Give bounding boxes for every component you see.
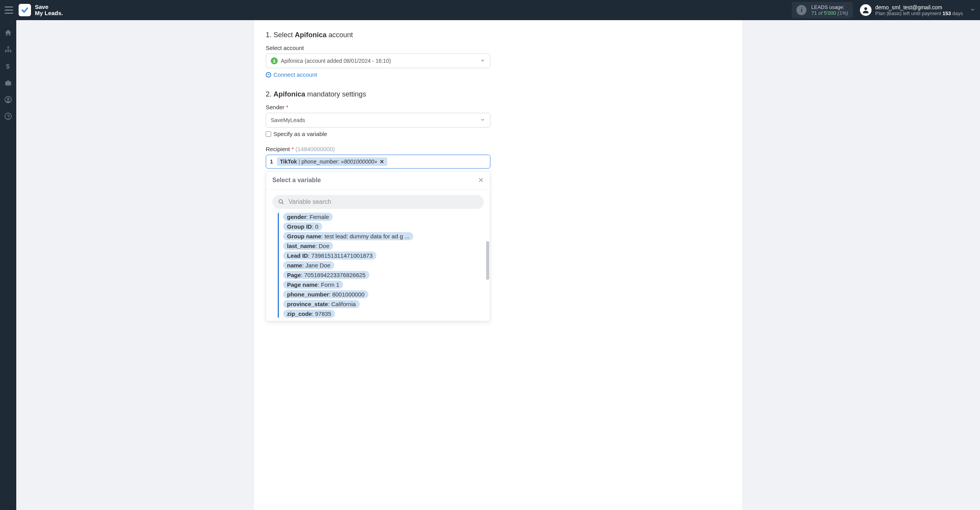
step2-heading: 2. Apifonica mandatory settings bbox=[266, 90, 490, 98]
checkmark-icon bbox=[21, 6, 29, 14]
variable-option[interactable]: Lead ID7398151311471001873 bbox=[283, 252, 377, 260]
brand-name: Save My Leads. bbox=[35, 4, 63, 17]
svg-point-12 bbox=[273, 60, 275, 61]
sender-select[interactable]: SaveMyLeads bbox=[266, 113, 490, 128]
nav-billing-icon[interactable]: $ bbox=[4, 62, 12, 72]
nav-structure-icon[interactable] bbox=[4, 45, 12, 55]
svg-rect-6 bbox=[5, 81, 11, 85]
svg-point-13 bbox=[279, 200, 282, 203]
svg-rect-4 bbox=[10, 51, 12, 52]
svg-point-9 bbox=[7, 98, 9, 100]
user-info: demo_sml_test@gmail.com Plan |Basic| lef… bbox=[875, 4, 963, 16]
svg-text:?: ? bbox=[7, 114, 10, 119]
recipient-chip[interactable]: TikTok | phone_number: «8001000000» ✕ bbox=[277, 157, 387, 166]
variable-option[interactable]: phone_number8001000000 bbox=[283, 290, 368, 298]
nav-home-icon[interactable] bbox=[4, 29, 12, 38]
account-label: Select account bbox=[266, 45, 490, 51]
variable-option[interactable]: last_nameDoe bbox=[283, 242, 333, 250]
svg-rect-2 bbox=[5, 51, 7, 52]
account-select[interactable]: Apifonica (account added 08/01/2024 - 16… bbox=[266, 53, 490, 68]
app-header: Save My Leads. i LEADS usage: 71 of 5'00… bbox=[0, 0, 980, 20]
account-status-icon bbox=[271, 57, 278, 64]
variable-option[interactable]: Group ID0 bbox=[283, 222, 322, 231]
usage-indicator[interactable]: i LEADS usage: 71 of 5'000 (1%) bbox=[792, 2, 853, 18]
usage-text: LEADS usage: 71 of 5'000 (1%) bbox=[811, 4, 848, 16]
app-logo[interactable] bbox=[19, 4, 31, 16]
chevron-down-icon[interactable] bbox=[970, 7, 975, 14]
svg-point-0 bbox=[864, 7, 867, 10]
svg-rect-7 bbox=[7, 81, 9, 82]
nav-briefcase-icon[interactable] bbox=[4, 79, 12, 88]
step1-heading: 1. Select Apifonica account bbox=[266, 31, 490, 39]
svg-rect-1 bbox=[7, 47, 9, 48]
chevron-down-icon bbox=[480, 117, 485, 124]
variable-option[interactable]: Group nametest lead: dummy data for ad g… bbox=[283, 232, 413, 240]
close-icon[interactable]: ✕ bbox=[478, 176, 484, 184]
plus-circle-icon: + bbox=[266, 72, 271, 78]
menu-toggle-icon[interactable] bbox=[5, 7, 13, 14]
dropdown-title: Select a variable bbox=[272, 177, 321, 184]
svg-rect-3 bbox=[7, 51, 9, 52]
side-nav: $ ? bbox=[0, 20, 16, 510]
variable-option[interactable]: zip_code97835 bbox=[283, 310, 335, 318]
variable-option[interactable]: genderFemale bbox=[283, 213, 333, 221]
variable-list: genderFemaleGroup ID0Group nametest lead… bbox=[277, 213, 484, 318]
nav-help-icon[interactable]: ? bbox=[4, 112, 12, 122]
chevron-down-icon bbox=[480, 58, 485, 64]
variable-option[interactable]: Page7051894223376826625 bbox=[283, 271, 370, 279]
specify-as-variable-checkbox[interactable]: Specify as a variable bbox=[266, 131, 490, 137]
variable-search[interactable] bbox=[272, 195, 484, 209]
variable-dropdown: Select a variable ✕ genderFemaleGroup ID… bbox=[266, 171, 490, 321]
checkbox-input[interactable] bbox=[266, 131, 271, 137]
recipient-label: Recipient * (14840000000) bbox=[266, 146, 490, 152]
sender-label: Sender * bbox=[266, 104, 490, 110]
scrollbar[interactable] bbox=[486, 241, 489, 280]
avatar-icon bbox=[860, 4, 872, 16]
recipient-input[interactable]: 1 TikTok | phone_number: «8001000000» ✕ bbox=[266, 155, 490, 169]
connect-account-link[interactable]: + Connect account bbox=[266, 71, 490, 78]
user-menu[interactable]: demo_sml_test@gmail.com Plan |Basic| lef… bbox=[860, 4, 963, 16]
chip-remove-icon[interactable]: ✕ bbox=[380, 159, 384, 165]
main-panel: 1. Select Apifonica account Select accou… bbox=[254, 20, 742, 510]
search-icon bbox=[278, 198, 285, 205]
svg-text:$: $ bbox=[6, 63, 10, 70]
variable-option[interactable]: province_stateCalifornia bbox=[283, 300, 360, 308]
nav-user-icon[interactable] bbox=[4, 95, 12, 105]
variable-search-input[interactable] bbox=[289, 198, 478, 205]
variable-option[interactable]: nameJane Doe bbox=[283, 261, 334, 269]
chip-count: 1 bbox=[268, 159, 275, 165]
info-icon: i bbox=[796, 5, 806, 15]
sender-value: SaveMyLeads bbox=[271, 117, 305, 123]
account-selected-value: Apifonica (account added 08/01/2024 - 16… bbox=[281, 58, 391, 64]
variable-option[interactable]: Page nameForm 1 bbox=[283, 281, 343, 289]
